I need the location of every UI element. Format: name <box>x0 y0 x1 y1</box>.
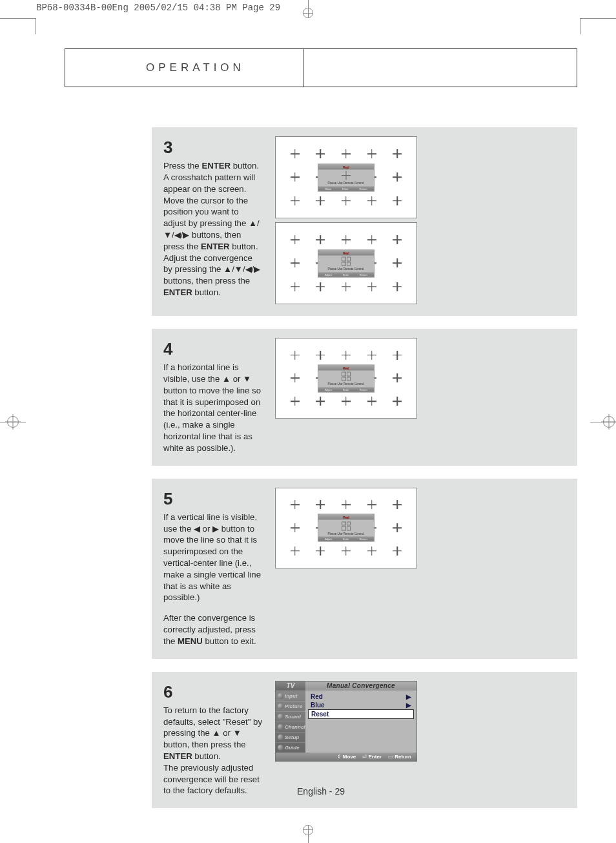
content: 3 Press the ENTER button. A crosshatch p… <box>152 127 577 808</box>
up-arrow-icon: ▲ <box>212 728 221 738</box>
osd-dialog: Red Please Use Remote Control. AdjustEnt… <box>318 514 375 542</box>
sidebar-item-setup[interactable]: Setup <box>276 732 305 742</box>
menu-hint-bar: ⇕ Move ⏎ Enter ▭ Return <box>276 753 416 761</box>
cross-icon <box>291 546 300 556</box>
channel-icon <box>278 724 283 730</box>
text: buttons, then press the <box>163 276 250 286</box>
hint-enter: ⏎ Enter <box>362 754 382 760</box>
cross-icon <box>393 373 402 382</box>
step-number: 3 <box>163 136 263 159</box>
arrow-icons: ▲/▼/◀/▶ <box>223 264 260 274</box>
text: button to move the line so that it is su… <box>163 386 261 453</box>
menu-row-red[interactable]: Red▶ <box>308 692 414 701</box>
label: Guide <box>285 745 300 751</box>
section-header: OPERATION <box>65 48 577 87</box>
cross-icon <box>291 196 300 205</box>
step-3: 3 Press the ENTER button. A crosshatch p… <box>152 127 577 316</box>
crop-mark <box>303 829 313 830</box>
osd-message: Please Use Remote Control. <box>327 267 364 271</box>
tv-menu: TV Manual Convergence Input Picture Soun… <box>275 681 417 762</box>
cross-icon <box>393 172 402 182</box>
label: Sound <box>285 714 301 720</box>
cross-icon <box>393 149 402 158</box>
text: button to move the line so that it is su… <box>163 524 261 603</box>
cross-icon <box>393 235 402 244</box>
step-text: 6 To return to the factory defaults, sel… <box>163 681 263 797</box>
picture-icon <box>278 703 283 709</box>
crop-mark <box>303 13 313 14</box>
cross-icon <box>342 149 351 158</box>
cross-icon <box>393 500 402 509</box>
osd-hint: Return <box>360 273 367 276</box>
cross-icon <box>367 500 376 509</box>
text: button to exit. <box>203 636 256 646</box>
osd-hint: Adjust <box>325 388 332 391</box>
down-arrow-icon: ▼ <box>233 728 241 738</box>
cross-icon <box>291 523 300 532</box>
text: or <box>221 728 233 738</box>
cross-icon <box>367 397 376 406</box>
cross-icon <box>342 546 351 556</box>
crop-mark <box>36 18 36 34</box>
step-number: 5 <box>163 488 263 510</box>
chevron-right-icon: ▶ <box>406 702 411 709</box>
enter-label: ENTER <box>201 161 231 171</box>
osd-message: Please Use Remote Control. <box>327 182 364 185</box>
crop-mark <box>303 825 313 835</box>
hint-return: ▭ Return <box>388 754 411 760</box>
enter-label: ENTER <box>163 751 192 761</box>
cross-icon <box>393 546 402 556</box>
setup-icon <box>278 734 283 740</box>
sidebar-item-sound[interactable]: Sound <box>276 711 305 722</box>
registration-mark <box>7 416 19 428</box>
crop-mark <box>580 18 580 34</box>
sidebar-item-channel[interactable]: Channel <box>276 722 305 732</box>
cross-icon <box>342 235 351 244</box>
sidebar-item-guide[interactable]: Guide <box>276 742 305 753</box>
step-number: 4 <box>163 338 263 360</box>
sidebar-item-picture[interactable]: Picture <box>276 701 305 711</box>
cross-icon <box>393 258 402 267</box>
cross-icon <box>291 258 300 267</box>
osd-title: Red <box>318 365 374 370</box>
step-text: 5 If a vertical line is visible, use the… <box>163 488 263 647</box>
text: button. <box>230 242 258 251</box>
menu-row-blue[interactable]: Blue▶ <box>308 701 414 709</box>
osd-hint: Adjust <box>325 273 332 276</box>
osd-message: Please Use Remote Control. <box>327 382 364 386</box>
screenshots: Red Please Use Remote Control. MoveEnter… <box>275 136 566 304</box>
tv-screen: Red Please Use Remote Control. MoveEnter… <box>275 136 417 218</box>
left-arrow-icon: ◀ <box>194 524 200 534</box>
label: Red <box>311 693 323 700</box>
cross-icon <box>393 282 402 291</box>
osd-hint: Move <box>325 187 331 190</box>
osd-hint: Return <box>360 388 367 391</box>
menu-row-reset[interactable]: Reset <box>308 709 414 719</box>
cross-icon <box>367 196 376 205</box>
label: Channel <box>285 724 305 730</box>
cross-icon <box>393 196 402 205</box>
imposition-header: BP68-00334B-00Eng 2005/02/15 04:38 PM Pa… <box>36 3 280 13</box>
cross-icon <box>393 523 402 532</box>
cross-icon <box>342 500 351 509</box>
cross-icon <box>316 500 325 509</box>
osd-hint: Enter <box>343 273 349 276</box>
osd-hint-bar: AdjustEnterReturn <box>318 272 374 276</box>
osd-message: Please Use Remote Control. <box>327 532 364 535</box>
page: OPERATION 3 Press the ENTER button. A cr… <box>65 48 577 804</box>
crop-mark <box>580 18 616 19</box>
osd-hint: Enter <box>343 537 349 541</box>
target-icon <box>342 372 351 381</box>
cross-icon <box>316 397 325 406</box>
text: button. <box>192 287 221 297</box>
menu-title: Manual Convergence <box>305 682 416 691</box>
osd-hint: Enter <box>342 187 349 190</box>
menu-main: Red▶ Blue▶ Reset <box>305 691 416 753</box>
cross-icon <box>291 351 300 360</box>
sidebar-item-input[interactable]: Input <box>276 691 305 701</box>
enter-label: ENTER <box>163 287 192 297</box>
cross-icon <box>316 149 325 158</box>
text: Press the <box>163 161 201 171</box>
down-arrow-icon: ▼ <box>243 374 251 384</box>
osd-dialog: Red Please Use Remote Control. AdjustEnt… <box>318 364 375 392</box>
